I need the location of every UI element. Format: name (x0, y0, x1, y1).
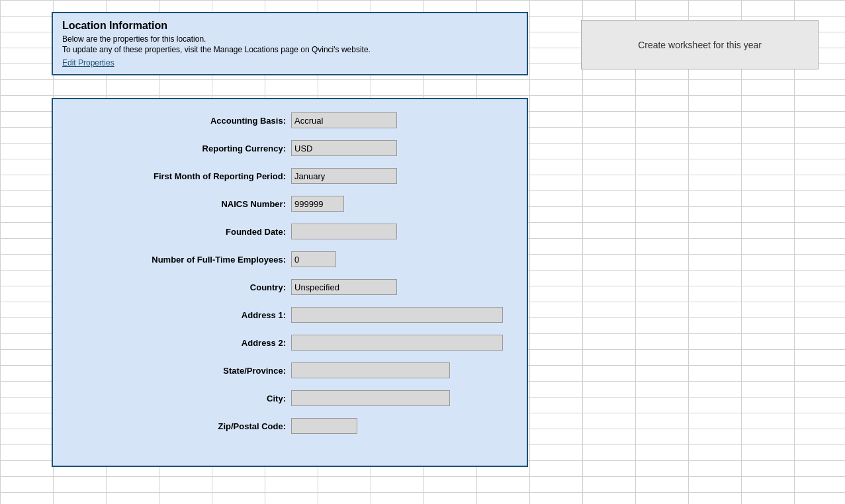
naics-label: NAICS Number: (66, 199, 291, 209)
location-info-title: Location Information (62, 20, 517, 32)
zip-label: Zip/Postal Code: (66, 421, 291, 431)
accounting-basis-input[interactable] (291, 112, 397, 128)
form-row-reporting-currency: Reporting Currency: (66, 140, 513, 156)
employees-input[interactable] (291, 251, 336, 267)
naics-input[interactable] (291, 196, 344, 212)
first-month-label: First Month of Reporting Period: (66, 171, 291, 181)
form-row-founded: Founded Date: (66, 224, 513, 239)
location-info-desc2: To update any of these properties, visit… (62, 45, 517, 54)
form-row-employees: Number of Full-Time Employees: (66, 251, 513, 267)
founded-date-input[interactable] (291, 224, 397, 239)
accounting-basis-label: Accounting Basis: (66, 116, 291, 126)
address2-input[interactable] (291, 335, 503, 351)
zip-input[interactable] (291, 418, 357, 434)
state-label: State/Province: (66, 366, 291, 376)
reporting-currency-label: Reporting Currency: (66, 144, 291, 153)
reporting-currency-input[interactable] (291, 140, 397, 156)
form-row-address1: Address 1: (66, 307, 513, 323)
form-row-address2: Address 2: (66, 335, 513, 351)
form-row-country: Country: (66, 279, 513, 295)
city-input[interactable] (291, 390, 450, 406)
edit-properties-link[interactable]: Edit Properties (62, 58, 114, 67)
employees-label: Number of Full-Time Employees: (66, 255, 291, 265)
create-worksheet-button[interactable]: Create worksheet for this year (581, 20, 819, 69)
city-label: City: (66, 394, 291, 403)
address1-label: Address 1: (66, 310, 291, 320)
founded-date-label: Founded Date: (66, 227, 291, 237)
location-form: Accounting Basis: Reporting Currency: Fi… (52, 98, 528, 467)
form-row-state: State/Province: (66, 362, 513, 378)
form-row-naics: NAICS Number: (66, 196, 513, 212)
location-info-box: Location Information Below are the prope… (52, 12, 528, 75)
form-row-city: City: (66, 390, 513, 406)
first-month-input[interactable] (291, 168, 397, 184)
address1-input[interactable] (291, 307, 503, 323)
location-info-desc1: Below are the properties for this locati… (62, 34, 517, 44)
form-row-accounting-basis: Accounting Basis: (66, 112, 513, 128)
state-input[interactable] (291, 362, 450, 378)
country-input[interactable] (291, 279, 397, 295)
address2-label: Address 2: (66, 338, 291, 348)
form-row-zip: Zip/Postal Code: (66, 418, 513, 434)
form-row-first-month: First Month of Reporting Period: (66, 168, 513, 184)
country-label: Country: (66, 282, 291, 292)
